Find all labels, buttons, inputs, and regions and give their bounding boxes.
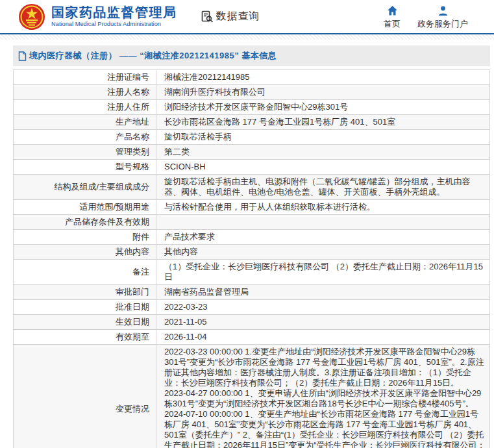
user-icon xyxy=(438,5,449,16)
table-row: 生产地址长沙市雨花区金海路 177 号金海工业园1号栋厂房 401、501室 xyxy=(14,115,490,130)
row-label: 生效日期 xyxy=(14,315,156,330)
row-label: 审批部门 xyxy=(14,285,156,300)
nav-item-portal[interactable]: 政务服务门户 xyxy=(417,5,468,30)
row-label: 其他内容 xyxy=(14,245,156,260)
table-row: 型号规格SCION-BH xyxy=(14,160,490,175)
row-label: 型号规格 xyxy=(14,160,156,175)
org-title-en: National Medical Products Administration xyxy=(51,21,177,27)
document-search-icon xyxy=(201,10,214,23)
page-header: 国家药品监督管理局 National Medical Products Admi… xyxy=(0,0,494,34)
row-value: 湘械注准20212141985 xyxy=(156,70,490,85)
row-value: 其他内容 xyxy=(156,245,490,260)
row-label: 附件 xyxy=(14,230,156,245)
row-label: 批准日期 xyxy=(14,300,156,315)
change-paragraph: 2022-03-23 00:00:00 1.变更生产地址由“浏阳经济技术开发区康… xyxy=(164,347,486,388)
org-title-zh: 国家药品监督管理局 xyxy=(51,5,177,19)
top-nav: 首页 政务服务门户 xyxy=(384,4,494,30)
table-row: 批准日期2022-03-23 xyxy=(14,300,490,315)
change-paragraph: 2023-04-27 00:00:00 1、变更申请人住所由“浏阳经济技术开发区… xyxy=(164,388,486,409)
row-label: 生产地址 xyxy=(14,115,156,130)
row-label: 注册证编号 xyxy=(14,70,156,85)
row-value: 2021-11-05 xyxy=(156,315,490,330)
row-label: 适用范围/预期用途 xyxy=(14,200,156,215)
table-row: 备注（1）受托企业：长沙巨翊医疗科技有限公司 （2）委托生产截止日期：2026年… xyxy=(14,260,490,285)
nav-item-home[interactable]: 首页 xyxy=(384,5,401,30)
row-value xyxy=(156,215,490,230)
breadcrumb: 境内医疗器械（注册） —— “湘械注准20212141985” 基本信息 xyxy=(13,45,490,66)
table-row: 产品名称旋切取芯活检手柄 xyxy=(14,130,490,145)
table-row-change-record: 变更情况 2022-03-23 00:00:00 1.变更生产地址由“浏阳经济技… xyxy=(14,345,490,448)
row-label: 注册人住所 xyxy=(14,100,156,115)
breadcrumb-text: 境内医疗器械（注册） —— “湘械注准20212141985” 基本信息 xyxy=(29,50,277,62)
registration-info-table: 注册证编号湘械注准20212141985 注册人名称湖南润升医疗科技有限公司 注… xyxy=(13,69,490,448)
document-icon xyxy=(18,51,27,61)
row-value: 浏阳经济技术开发区康平路金阳智中心29栋301号 xyxy=(156,100,490,115)
table-row: 结构及组成/主要组成成分旋切取芯活检手柄由主机、电源和附件（二氧化碳气罐/罐盖）… xyxy=(14,175,490,200)
row-value: 第二类 xyxy=(156,145,490,160)
table-row: 注册证编号湘械注准20212141985 xyxy=(14,70,490,85)
row-label: 注册人名称 xyxy=(14,85,156,100)
home-icon xyxy=(387,5,398,16)
row-value: 2022-03-23 xyxy=(156,300,490,315)
row-value: 旋切取芯活检手柄由主机、电源和附件（二氧化碳气罐/罐盖）部分组成，主机由容器、阀… xyxy=(156,175,490,200)
national-emblem-logo xyxy=(18,3,45,31)
row-label: 备注 xyxy=(14,260,156,285)
header-stripe-band xyxy=(0,34,494,40)
row-value: 与活检针配合使用，用于从人体组织获取标本进行活检。 xyxy=(156,200,490,215)
change-paragraph: 2024-07-10 00:00:00 1、变更生产地址由“长沙市雨花区金海路 … xyxy=(164,409,486,448)
table-row: 产品储存条件及有效期 xyxy=(14,215,490,230)
table-row: 管理类别第二类 xyxy=(14,145,490,160)
row-value: 湖南省药品监督管理局 xyxy=(156,285,490,300)
row-label: 产品储存条件及有效期 xyxy=(14,215,156,230)
row-value: 产品技术要求 xyxy=(156,230,490,245)
table-row: 注册人住所浏阳经济技术开发区康平路金阳智中心29栋301号 xyxy=(14,100,490,115)
row-label: 产品名称 xyxy=(14,130,156,145)
row-label: 结构及组成/主要组成成分 xyxy=(14,175,156,200)
row-value: 旋切取芯活检手柄 xyxy=(156,130,490,145)
nav-home-label: 首页 xyxy=(384,18,401,30)
row-value: 长沙市雨花区金海路 177 号金海工业园1号栋厂房 401、501室 xyxy=(156,115,490,130)
row-label: 管理类别 xyxy=(14,145,156,160)
nav-portal-label: 政务服务门户 xyxy=(417,18,468,30)
row-value: 湖南润升医疗科技有限公司 xyxy=(156,85,490,100)
table-row: 其他内容其他内容 xyxy=(14,245,490,260)
table-row: 有效期至2026-11-04 xyxy=(14,330,490,345)
row-label: 变更情况 xyxy=(14,345,156,448)
table-row: 附件产品技术要求 xyxy=(14,230,490,245)
table-row: 生效日期2021-11-05 xyxy=(14,315,490,330)
row-label: 有效期至 xyxy=(14,330,156,345)
row-value: SCION-BH xyxy=(156,160,490,175)
data-query-label: 数据查询 xyxy=(216,10,260,23)
data-query-nav[interactable]: 数据查询 xyxy=(201,10,260,23)
table-row: 审批部门湖南省药品监督管理局 xyxy=(14,285,490,300)
change-record-value: 2022-03-23 00:00:00 1.变更生产地址由“浏阳经济技术开发区康… xyxy=(156,345,490,448)
row-value: （1）受托企业：长沙巨翊医疗科技有限公司 （2）委托生产截止日期：2026年11… xyxy=(156,260,490,285)
row-value: 2026-11-04 xyxy=(156,330,490,345)
table-row: 适用范围/预期用途与活检针配合使用，用于从人体组织获取标本进行活检。 xyxy=(14,200,490,215)
table-row: 注册人名称湖南润升医疗科技有限公司 xyxy=(14,85,490,100)
